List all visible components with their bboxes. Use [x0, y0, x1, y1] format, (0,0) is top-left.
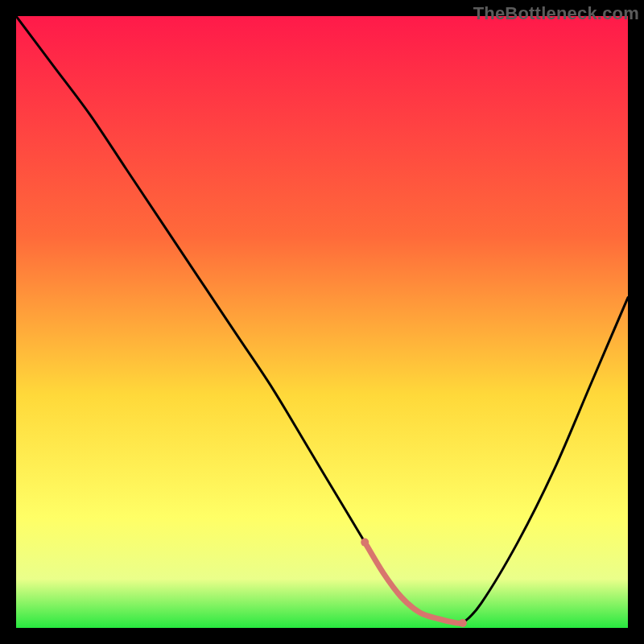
bottleneck-plot: [16, 16, 628, 628]
highlight-dot-start: [361, 539, 369, 547]
plot-area: [16, 16, 628, 628]
highlight-dot-end: [459, 619, 467, 627]
watermark-text: TheBottleneck.com: [473, 3, 639, 24]
chart-frame: TheBottleneck.com: [0, 0, 644, 644]
gradient-background: [16, 16, 628, 628]
